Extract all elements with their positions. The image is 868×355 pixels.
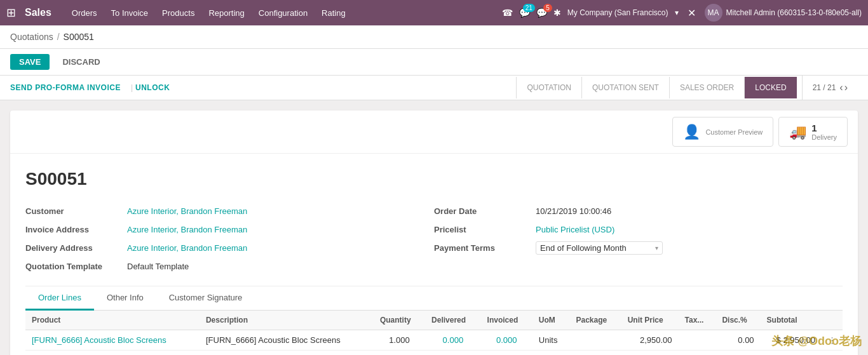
delivery-address-value[interactable]: Azure Interior, Brandon Freeman — [127, 241, 247, 255]
save-button[interactable]: SAVE — [10, 54, 50, 70]
col-disc: Disc.% — [715, 311, 760, 330]
step-quotation-sent[interactable]: QUOTATION SENT — [581, 77, 669, 98]
col-description: Description — [200, 311, 374, 330]
tab-order-lines[interactable]: Order Lines — [25, 286, 94, 311]
col-product: Product — [25, 311, 200, 330]
table-row: [FURN_6666] Acoustic Bloc Screens [FURN_… — [25, 330, 843, 351]
status-steps: QUOTATION QUOTATION SENT SALES ORDER LOC… — [516, 76, 858, 100]
nav-to-invoice[interactable]: To Invoice — [106, 8, 154, 18]
row-subtotal: $ 2,950.00 — [761, 330, 822, 351]
breadcrumb-separator: / — [57, 32, 60, 42]
tab-list: Order Lines Other Info Customer Signatur… — [25, 286, 843, 311]
message-icon[interactable]: 💬5 — [536, 8, 547, 18]
fields-left: Customer Azure Interior, Brandon Freeman… — [25, 204, 434, 273]
user-name: Mitchell Admin (660315-13-0-f80e05-all) — [726, 8, 862, 17]
form-card: 👤 Customer Preview 🚚 1 Delivery S00051 — [10, 111, 858, 355]
status-bar: SEND PRO-FORMA INVOICE | UNLOCK QUOTATIO… — [0, 76, 868, 100]
send-proforma-link[interactable]: SEND PRO-FORMA INVOICE — [10, 77, 128, 98]
col-uom: UoM — [532, 311, 570, 330]
app-name: Sales — [25, 7, 51, 18]
step-quotation[interactable]: QUOTATION — [516, 77, 581, 98]
row-product[interactable]: [FURN_6666] Acoustic Bloc Screens — [25, 330, 200, 351]
nav-reporting[interactable]: Reporting — [203, 8, 249, 18]
payment-terms-label: Payment Terms — [434, 241, 536, 255]
row-delivered: 0.000 — [425, 330, 481, 351]
chat-badge: 21 — [523, 4, 535, 12]
row-uom: Units — [532, 330, 570, 351]
payment-terms-value: End of Following Month — [540, 243, 627, 253]
close-icon[interactable]: ✕ — [688, 7, 696, 19]
row-unit-price: 2,950.00 — [621, 330, 679, 351]
delivery-icon: 🚚 — [789, 124, 806, 140]
phone-icon[interactable]: ☎ — [502, 8, 513, 18]
nav-configuration[interactable]: Configuration — [254, 8, 313, 18]
unlock-link[interactable]: UNLOCK — [135, 77, 177, 98]
main-content: 👤 Customer Preview 🚚 1 Delivery S00051 — [0, 100, 868, 355]
step-sales-order[interactable]: SALES ORDER — [669, 77, 744, 98]
next-record[interactable]: › — [844, 82, 848, 93]
breadcrumb: Quotations / S00051 — [0, 25, 868, 49]
col-tax: Tax... — [679, 311, 716, 330]
customer-preview-label: Customer Preview — [705, 128, 763, 136]
row-quantity: 1.000 — [374, 330, 425, 351]
field-pricelist: Pricelist Public Pricelist (USD) — [434, 223, 843, 236]
row-invoiced: 0.000 — [481, 330, 532, 351]
delivery-count: 1 — [811, 123, 817, 133]
nav-orders[interactable]: Orders — [67, 8, 102, 18]
topnav: ⊞ Sales Orders To Invoice Products Repor… — [0, 0, 868, 25]
col-quantity: Quantity — [374, 311, 425, 330]
settings-icon[interactable]: ✱ — [553, 8, 561, 18]
user-menu[interactable]: MA Mitchell Admin (660315-13-0-f80e05-al… — [705, 4, 862, 22]
payment-terms-select[interactable]: End of Following Month ▾ — [536, 241, 663, 255]
col-package: Package — [569, 311, 621, 330]
breadcrumb-parent[interactable]: Quotations — [10, 32, 53, 42]
chat-icon[interactable]: 💬21 — [519, 8, 530, 18]
step-locked[interactable]: LOCKED — [744, 77, 796, 98]
nav-icons: ☎ 💬21 💬5 ✱ My Company (San Francisco) ▾ … — [502, 4, 862, 22]
grid-icon[interactable]: ⊞ — [6, 6, 16, 20]
field-quotation-template: Quotation Template Default Template — [25, 260, 434, 273]
form-fields: Customer Azure Interior, Brandon Freeman… — [25, 204, 843, 273]
nav-rating[interactable]: Rating — [316, 8, 351, 18]
field-order-date: Order Date 10/21/2019 10:00:46 — [434, 204, 843, 218]
row-disc: 0.00 — [715, 330, 760, 351]
delivery-address-label: Delivery Address — [25, 241, 127, 255]
msg-badge: 5 — [543, 4, 552, 12]
tab-customer-signature[interactable]: Customer Signature — [156, 286, 255, 311]
customer-preview-icon: 👤 — [683, 124, 700, 140]
col-invoiced: Invoiced — [481, 311, 532, 330]
company-dropdown-icon[interactable]: ▾ — [675, 8, 679, 17]
form-title: S00051 — [25, 169, 843, 189]
invoice-address-label: Invoice Address — [25, 223, 127, 236]
prev-record[interactable]: ‹ — [839, 82, 843, 93]
action-bar: SAVE DISCARD — [0, 49, 868, 76]
invoice-address-value[interactable]: Azure Interior, Brandon Freeman — [127, 223, 247, 236]
field-invoice-address: Invoice Address Azure Interior, Brandon … — [25, 223, 434, 236]
discard-button[interactable]: DISCARD — [56, 54, 106, 70]
delivery-button[interactable]: 🚚 1 Delivery — [778, 117, 848, 147]
row-tax — [679, 330, 716, 351]
pagination-display: 21 / 21 — [813, 83, 836, 92]
order-date-label: Order Date — [434, 204, 536, 218]
pricelist-value[interactable]: Public Pricelist (USD) — [536, 223, 614, 236]
row-description: [FURN_6666] Acoustic Bloc Screens — [200, 330, 374, 351]
nav-products[interactable]: Products — [157, 8, 200, 18]
order-table: Product Description Quantity Delivered I… — [25, 311, 843, 351]
avatar: MA — [705, 4, 722, 22]
smart-buttons: 👤 Customer Preview 🚚 1 Delivery — [10, 111, 858, 154]
customer-preview-button[interactable]: 👤 Customer Preview — [672, 117, 773, 147]
payment-terms-dropdown-icon: ▾ — [655, 244, 658, 251]
form-body: S00051 Customer Azure Interior, Brandon … — [10, 154, 858, 355]
breadcrumb-current: S00051 — [64, 32, 94, 42]
fields-right: Order Date 10/21/2019 10:00:46 Pricelist… — [434, 204, 843, 273]
company-selector[interactable]: My Company (San Francisco) — [567, 8, 668, 17]
row-action[interactable]: ⋮ — [822, 330, 843, 351]
customer-value[interactable]: Azure Interior, Brandon Freeman — [127, 204, 247, 218]
order-date-value: 10/21/2019 10:00:46 — [536, 204, 611, 218]
tabs: Order Lines Other Info Customer Signatur… — [25, 286, 843, 351]
field-delivery-address: Delivery Address Azure Interior, Brandon… — [25, 241, 434, 255]
tab-other-info[interactable]: Other Info — [94, 286, 156, 311]
col-delivered: Delivered — [425, 311, 481, 330]
row-package — [569, 330, 621, 351]
col-actions — [822, 311, 843, 330]
